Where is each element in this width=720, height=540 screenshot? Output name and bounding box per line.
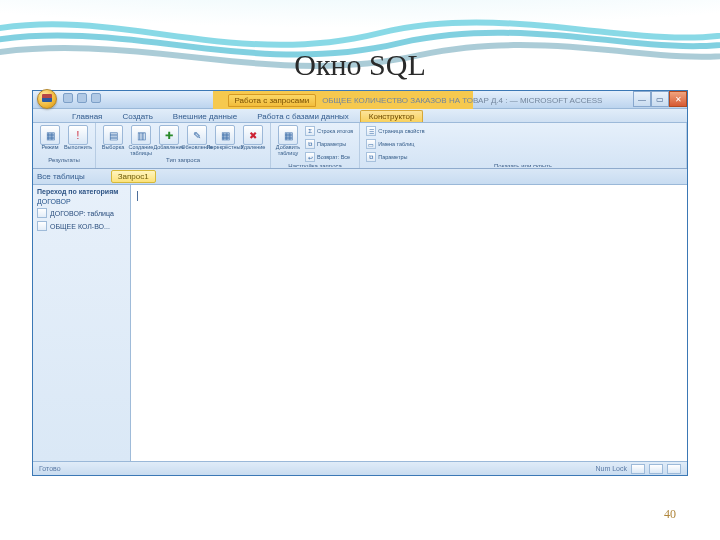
- tab-home[interactable]: Главная: [63, 110, 111, 122]
- ribbon-group-show-hide: ☰Страница свойств ▭Имена таблиц ⧉Парамет…: [360, 123, 687, 168]
- qat-save-icon[interactable]: [63, 93, 73, 103]
- crosstab-icon: ▦: [215, 125, 235, 145]
- window-caption: ОБЩЕЕ КОЛИЧЕСТВО ЗАКАЗОВ НА ТОВАР Д.4 : …: [322, 96, 602, 105]
- show-table-button[interactable]: ▦Добавить таблицу: [275, 125, 301, 156]
- sql-editor[interactable]: [131, 185, 687, 461]
- crosstab-query-button[interactable]: ▦Перекрёстный: [212, 125, 238, 151]
- quick-access-toolbar: [63, 93, 101, 103]
- maximize-button[interactable]: ▭: [651, 91, 669, 107]
- group-label: Показать или скрыть: [364, 163, 682, 167]
- client-area: Переход по категориям ДОГОВОР ДОГОВОР: т…: [33, 185, 687, 461]
- run-icon: !: [68, 125, 88, 145]
- ribbon-group-query-type: ▤Выборка ▥Создание таблицы ✚Добавление ✎…: [96, 123, 271, 168]
- parameters-button[interactable]: ⧉Параметры: [303, 138, 355, 150]
- update-icon: ✎: [187, 125, 207, 145]
- nav-group-header[interactable]: ДОГОВОР: [37, 198, 126, 205]
- datasheet-icon: ▦: [40, 125, 60, 145]
- group-label: Результаты: [37, 157, 91, 167]
- status-text: Готово: [39, 465, 61, 472]
- table-icon: ▤: [103, 125, 123, 145]
- ribbon-group-query-setup: ▦Добавить таблицу ΣСтрока итогов ⧉Параме…: [271, 123, 360, 168]
- access-window: Работа с запросами ОБЩЕЕ КОЛИЧЕСТВО ЗАКА…: [32, 90, 688, 476]
- status-bar: Готово Num Lock: [33, 461, 687, 475]
- navigation-pane[interactable]: Переход по категориям ДОГОВОР ДОГОВОР: т…: [33, 185, 131, 461]
- return-dropdown[interactable]: ↩Возврат: Все: [303, 151, 355, 163]
- maketable-icon: ▥: [131, 125, 151, 145]
- nav-category-header: Переход по категориям: [37, 188, 126, 195]
- title-bar: Работа с запросами ОБЩЕЕ КОЛИЧЕСТВО ЗАКА…: [33, 91, 687, 109]
- tab-design[interactable]: Конструктор: [360, 110, 424, 122]
- status-numlock: Num Lock: [595, 465, 627, 472]
- ribbon-group-results: ▦ Режим ! Выполнить Результаты: [33, 123, 96, 168]
- text-cursor: [137, 191, 138, 201]
- show-table-icon: ▦: [278, 125, 298, 145]
- ribbon-tabs: Главная Создать Внешние данные Работа с …: [33, 109, 687, 123]
- document-tab[interactable]: Запрос1: [111, 170, 156, 183]
- params2-icon: ⧉: [366, 152, 376, 162]
- nav-pane-title[interactable]: Все таблицы: [37, 172, 85, 181]
- query-object-icon: [37, 221, 47, 231]
- params-icon: ⧉: [305, 139, 315, 149]
- nav-item-query[interactable]: ОБЩЕЕ КОЛ-ВО...: [37, 221, 126, 231]
- totals-button[interactable]: ΣСтрока итогов: [303, 125, 355, 137]
- sigma-icon: Σ: [305, 126, 315, 136]
- delete-icon: ✖: [243, 125, 263, 145]
- property-icon: ☰: [366, 126, 376, 136]
- run-button[interactable]: ! Выполнить: [65, 125, 91, 151]
- select-query-button[interactable]: ▤Выборка: [100, 125, 126, 151]
- tab-database-tools[interactable]: Работа с базами данных: [248, 110, 358, 122]
- delete-query-button[interactable]: ✖Удаление: [240, 125, 266, 151]
- view-sql-button[interactable]: [631, 464, 645, 474]
- qat-redo-icon[interactable]: [91, 93, 101, 103]
- table-object-icon: [37, 208, 47, 218]
- tab-create[interactable]: Создать: [113, 110, 161, 122]
- tab-external-data[interactable]: Внешние данные: [164, 110, 246, 122]
- secondary-bar: Все таблицы Запрос1: [33, 169, 687, 185]
- property-sheet-button[interactable]: ☰Страница свойств: [364, 125, 426, 137]
- office-button[interactable]: [37, 89, 57, 109]
- append-query-button[interactable]: ✚Добавление: [156, 125, 182, 151]
- group-label: Настройка запроса: [275, 163, 355, 167]
- qat-undo-icon[interactable]: [77, 93, 87, 103]
- return-icon: ↩: [305, 152, 315, 162]
- parameters2-button[interactable]: ⧉Параметры: [364, 151, 426, 163]
- view-design-button[interactable]: [649, 464, 663, 474]
- view-button[interactable]: ▦ Режим: [37, 125, 63, 151]
- nav-item-table[interactable]: ДОГОВОР: таблица: [37, 208, 126, 218]
- ribbon: ▦ Режим ! Выполнить Результаты ▤Выборка …: [33, 123, 687, 169]
- slide-page-number: 40: [664, 507, 676, 522]
- maketable-query-button[interactable]: ▥Создание таблицы: [128, 125, 154, 156]
- slide-title: Окно SQL: [0, 48, 720, 82]
- close-button[interactable]: ✕: [669, 91, 687, 107]
- tablenames-icon: ▭: [366, 139, 376, 149]
- contextual-tab-label: Работа с запросами: [228, 94, 317, 107]
- view-datasheet-button[interactable]: [667, 464, 681, 474]
- table-names-button[interactable]: ▭Имена таблиц: [364, 138, 426, 150]
- minimize-button[interactable]: —: [633, 91, 651, 107]
- group-label: Тип запроса: [100, 157, 266, 167]
- append-icon: ✚: [159, 125, 179, 145]
